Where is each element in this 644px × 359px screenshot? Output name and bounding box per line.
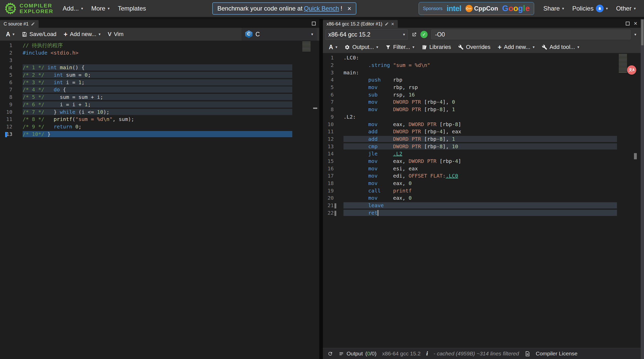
line-number[interactable]: 7 — [0, 86, 23, 93]
code-line[interactable]: 10/* 7 */ } while (i <= 10); — [0, 108, 292, 116]
code-line[interactable]: 13 cmp DWORD PTR [rbp-8], 10 — [323, 143, 617, 150]
line-number[interactable]: 2 — [323, 62, 343, 68]
app-logo[interactable]: COMPILER EXPLORER — [4, 2, 54, 15]
info-icon[interactable]: i — [426, 350, 428, 357]
line-number[interactable]: 19 — [323, 188, 343, 194]
line-number[interactable]: 11 — [0, 116, 23, 122]
code-line[interactable]: 7/* 4 */ do { — [0, 86, 292, 93]
line-number[interactable]: 21 — [323, 202, 343, 208]
line-number[interactable]: 10 — [323, 121, 343, 127]
asm-editor[interactable]: 1.LC0:2 .string "sum = %d\n"3main:4 push… — [323, 53, 644, 348]
pane-divider[interactable] — [319, 19, 323, 359]
nav-policies-menu[interactable]: Policies ▾ — [568, 2, 612, 15]
translate-badge[interactable]: 文A — [627, 65, 636, 75]
line-number[interactable]: 12 — [0, 124, 23, 130]
line-number[interactable]: 1 — [323, 55, 343, 61]
code-line[interactable]: 4/* 1 */ int main() { — [0, 64, 292, 71]
compiler-tab[interactable]: x86-64 gcc 15.2 (Editor #1) × — [323, 20, 398, 28]
font-size-button[interactable]: A ▾ — [3, 29, 18, 40]
close-icon[interactable]: × — [391, 21, 394, 27]
code-line[interactable]: 19 call printf — [323, 187, 617, 194]
compiler-options-input[interactable]: -O0 — [431, 30, 631, 39]
code-line[interactable]: 12 add DWORD PTR [rbp-8], 1 — [323, 135, 617, 143]
cppcon-logo[interactable]: C++ CppCon — [465, 5, 498, 12]
edit-pencil-icon[interactable] — [385, 22, 389, 26]
line-number[interactable]: 6 — [323, 92, 343, 98]
code-line[interactable]: 14 jle .L2 — [323, 150, 617, 157]
line-number[interactable]: 18 — [323, 180, 343, 186]
line-number[interactable]: 8 — [0, 94, 23, 100]
overrides-button[interactable]: Overrides — [455, 42, 494, 52]
vim-toggle-button[interactable]: V Vim — [104, 29, 127, 39]
code-line[interactable]: 5/* 2 */ int sum = 0; — [0, 71, 292, 79]
save-load-button[interactable]: Save/Load — [18, 29, 60, 39]
maximize-icon[interactable] — [312, 22, 316, 25]
line-number[interactable]: 22 — [323, 210, 343, 216]
code-line[interactable]: 3main: — [323, 69, 617, 76]
line-number[interactable]: 16 — [323, 165, 343, 172]
line-number[interactable]: 5 — [323, 84, 343, 90]
line-number[interactable]: 13 — [323, 143, 343, 150]
line-number[interactable]: 14 — [323, 151, 343, 157]
nav-more-menu[interactable]: More▾ — [87, 2, 114, 15]
code-line[interactable]: 7 mov DWORD PTR [rbp-4], 0 — [323, 98, 617, 106]
compiler-license-link[interactable]: Compiler License — [536, 351, 577, 357]
code-line[interactable]: 15 mov eax, DWORD PTR [rbp-4] — [323, 157, 617, 165]
line-number[interactable]: 4 — [323, 77, 343, 83]
add-new-button[interactable]: + Add new... ▾ — [494, 42, 538, 52]
line-number[interactable]: 3 — [323, 69, 343, 76]
output-button[interactable]: Output (0/0) — [339, 351, 376, 357]
line-number[interactable]: 13 — [0, 131, 23, 137]
code-line[interactable]: 20 mov eax, 0 — [323, 194, 617, 202]
minimap[interactable] — [619, 54, 627, 73]
output-options-button[interactable]: Output... ▾ — [341, 42, 382, 52]
code-line[interactable]: 10 mov eax, DWORD PTR [rbp-8] — [323, 120, 617, 128]
line-number[interactable]: 12 — [323, 136, 343, 142]
code-line[interactable]: 11/* 8 */ printf("sum = %d\n", sum); — [0, 116, 292, 123]
code-line[interactable]: 5 mov rbp, rsp — [323, 84, 617, 91]
compiler-select[interactable]: x86-64 gcc 15.2 ▾ — [325, 29, 408, 40]
nav-templates-button[interactable]: Templates — [114, 2, 150, 15]
code-line[interactable]: 9.L2: — [323, 113, 617, 121]
line-number[interactable]: 11 — [323, 128, 343, 135]
code-line[interactable]: 6 sub rsp, 16 — [323, 91, 617, 98]
scrollbar-thumb[interactable] — [313, 108, 317, 109]
line-number[interactable]: 15 — [323, 158, 343, 164]
code-line[interactable]: 3 — [0, 56, 292, 64]
code-line[interactable]: 8 mov DWORD PTR [rbp-8], 1 — [323, 106, 617, 113]
code-line[interactable]: 1// 待执行的程序 — [0, 42, 292, 49]
source-editor[interactable]: 1// 待执行的程序2#include <stdio.h>34/* 1 */ i… — [0, 41, 319, 359]
code-line[interactable]: 1.LC0: — [323, 54, 617, 62]
chevron-down-icon[interactable]: ▾ — [634, 32, 636, 37]
code-line[interactable]: 2 .string "sum = %d\n" — [323, 62, 617, 69]
quick-bench-link[interactable]: Quick Bench — [304, 5, 339, 12]
font-size-button[interactable]: A ▾ — [325, 42, 341, 52]
code-line[interactable]: 4 push rbp — [323, 76, 617, 84]
banner-close-icon[interactable]: × — [347, 5, 351, 12]
code-line[interactable]: 12/* 9 */ return 0; — [0, 123, 292, 130]
google-logo[interactable]: Google — [502, 4, 530, 13]
minimap[interactable] — [302, 42, 311, 52]
line-number[interactable]: 7 — [323, 99, 343, 105]
line-number[interactable]: 3 — [0, 57, 23, 63]
line-number[interactable]: 17 — [323, 173, 343, 179]
code-line[interactable]: 13/* 10*/ } — [0, 130, 292, 138]
refresh-icon[interactable] — [328, 351, 333, 356]
code-line[interactable]: 16 mov esi, eax — [323, 165, 617, 172]
code-line[interactable]: 17 mov edi, OFFSET FLAT:.LC0 — [323, 172, 617, 180]
line-number[interactable]: 8 — [323, 106, 343, 112]
line-number[interactable]: 6 — [0, 79, 23, 85]
line-number[interactable]: 2 — [0, 50, 23, 56]
code-line[interactable]: 6/* 3 */ int i = 1; — [0, 78, 292, 86]
line-number[interactable]: 1 — [0, 42, 23, 48]
line-number[interactable]: 10 — [0, 109, 23, 115]
code-line[interactable]: 21 leave — [323, 202, 617, 209]
open-in-new-window-icon[interactable] — [411, 32, 417, 37]
nav-other-menu[interactable]: Other▾ — [612, 2, 640, 15]
code-line[interactable]: 11 add DWORD PTR [rbp-4], eax — [323, 128, 617, 135]
nav-share-menu[interactable]: Share▾ — [539, 2, 568, 15]
line-number[interactable]: 9 — [323, 114, 343, 120]
nav-add-menu[interactable]: Add...▾ — [59, 2, 87, 15]
line-number[interactable]: 20 — [323, 195, 343, 201]
libraries-button[interactable]: Libraries — [418, 42, 454, 52]
